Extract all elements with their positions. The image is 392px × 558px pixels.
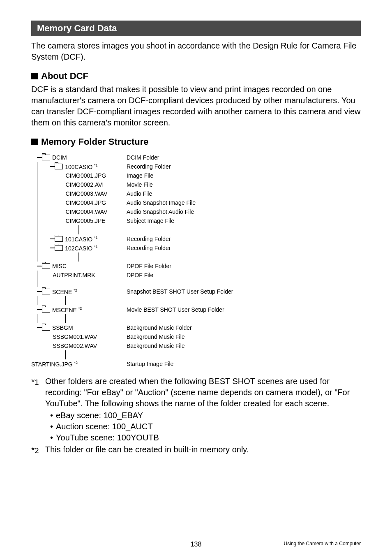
folder-label: 101CASIO *1 [65,236,97,243]
folder-icon [42,289,50,294]
folder-icon [42,263,50,269]
bullet-text: Auction scene: 100_AUCT [56,421,153,432]
folder-label: 100CASIO *1 [65,163,97,170]
vertical-dots-icon [65,350,66,359]
file-desc: Audio File [127,190,152,197]
folder-desc: DPOF File Folder [127,263,171,269]
bullet-dot-icon: • [50,410,56,421]
file-label: CIMG0001.JPG [65,172,106,179]
tree-row-dots [31,296,361,305]
folder-icon [55,236,63,242]
folder-desc: Recording Folder [127,236,171,242]
footnote-mark: *2 [31,444,45,456]
footnote-1: *1 Other folders are created when the fo… [31,376,361,409]
tree-row-dcim: DCIM DCIM Folder [31,153,361,162]
file-desc: Audio Snapshot Image File [127,199,196,206]
tree-row-file: CIMG0005.JPE Subject Image File [31,216,361,225]
folder-label: SCENE *2 [52,288,77,295]
vertical-dots-icon [78,225,78,234]
bullet-list: •eBay scene: 100_EBAY •Auction scene: 10… [50,410,361,443]
file-label: AUTPRINT.MRK [53,272,95,278]
vertical-dots-icon [65,314,66,323]
folder-tree: DCIM DCIM Folder 100CASIO *1 Recording F… [31,153,361,368]
footnote-2: *2 This folder or file can be created in… [31,444,361,456]
vertical-dots-icon [78,252,78,262]
bullet-dot-icon: • [50,421,56,432]
bullet-item: •Auction scene: 100_AUCT [50,421,361,432]
tree-row-file: CIMG0003.WAV Audio File [31,189,361,198]
about-dcf-body: DCF is a standard that makes it possible… [31,84,361,128]
file-desc: Image File [127,172,153,179]
tree-row-mscene: MSCENE *2 Movie BEST SHOT User Setup Fol… [31,305,361,314]
file-desc: Background Music File [127,343,185,349]
bullet-item: •YouTube scene: 100YOUTB [50,432,361,443]
file-label: CIMG0003.WAV [65,190,107,197]
file-label: SSBGM001.WAV [53,333,97,340]
folder-desc: Background Music Folder [127,324,192,331]
bullet-item: •eBay scene: 100_EBAY [50,410,361,421]
file-label: CIMG0002.AVI [65,181,104,188]
folder-label: MISC [52,263,67,269]
section-header: Memory Card Data [31,21,361,36]
folder-desc: Snapshot BEST SHOT User Setup Folder [127,288,233,295]
file-desc: Subject Image File [127,218,174,224]
tree-row-ssbgm: SSBGM Background Music Folder [31,323,361,332]
tree-row-dots [31,350,361,359]
tree-row-spacer [31,280,361,287]
tree-row-file: SSBGM002.WAV Background Music File [31,341,361,350]
folder-label: MSCENE *2 [52,306,82,313]
file-desc: Movie File [127,181,153,188]
tree-row-starting: STARTING.JPG *2 Startup Image File [31,359,361,368]
square-bullet-icon [31,73,38,79]
tree-row-misc: MISC DPOF File Folder [31,262,361,271]
about-dcf-heading: About DCF [31,71,361,81]
file-label: SSBGM002.WAV [53,343,97,349]
tree-row-file: SSBGM001.WAV Background Music File [31,332,361,341]
folder-icon [55,245,63,251]
file-desc: Audio Snapshot Audio File [127,208,194,215]
tree-row-scene: SCENE *2 Snapshot BEST SHOT User Setup F… [31,287,361,296]
tree-row-102casio: 102CASIO *1 Recording Folder [31,243,361,252]
square-bullet-icon [31,139,38,145]
tree-row-file: AUTPRINT.MRK DPOF File [31,271,361,280]
tree-row-100casio: 100CASIO *1 Recording Folder [31,162,361,171]
folder-desc: DCIM Folder [127,154,159,161]
intro-paragraph: The camera stores images you shoot in ac… [31,40,361,63]
file-label: STARTING.JPG *2 [31,361,78,368]
bullet-text: YouTube scene: 100YOUTB [56,432,159,443]
footer-section-title: Using the Camera with a Computer [284,541,361,546]
vertical-dots-icon [65,296,66,305]
footnote-text: Other folders are created when the follo… [45,376,361,409]
footnote-text: This folder or file can be created in bu… [45,444,249,456]
file-desc: Background Music File [127,333,185,340]
file-label: CIMG0004.WAV [65,208,107,215]
memory-folder-structure-heading: Memory Folder Structure [31,137,361,147]
file-label: CIMG0004.JPG [65,199,106,206]
tree-row-dots [31,314,361,323]
folder-desc: Movie BEST SHOT User Setup Folder [127,306,224,313]
folder-icon [42,307,50,313]
tree-row-dots [31,252,361,262]
file-desc: Startup Image File [127,361,173,367]
tree-row-dots [31,225,361,234]
bullet-dot-icon: • [50,432,56,443]
folder-label: SSBGM [52,324,73,331]
bullet-text: eBay scene: 100_EBAY [56,410,143,421]
folder-icon [55,164,63,169]
file-desc: DPOF File [127,272,153,278]
page-footer: 138 Using the Camera with a Computer [31,538,361,546]
about-dcf-heading-text: About DCF [41,71,88,81]
footnote-mark: *1 [31,376,45,409]
folder-desc: Recording Folder [127,245,171,251]
folder-desc: Recording Folder [127,163,171,170]
tree-row-file: CIMG0004.JPG Audio Snapshot Image File [31,198,361,207]
tree-row-file: CIMG0002.AVI Movie File [31,180,361,189]
tree-row-file: CIMG0004.WAV Audio Snapshot Audio File [31,207,361,216]
folder-label: DCIM [52,154,67,161]
mfs-heading-text: Memory Folder Structure [41,137,149,147]
tree-row-file: CIMG0001.JPG Image File [31,171,361,180]
file-label: CIMG0005.JPE [65,218,105,224]
folder-label: 102CASIO *1 [65,245,97,252]
folder-icon [42,325,50,331]
tree-row-101casio: 101CASIO *1 Recording Folder [31,234,361,243]
